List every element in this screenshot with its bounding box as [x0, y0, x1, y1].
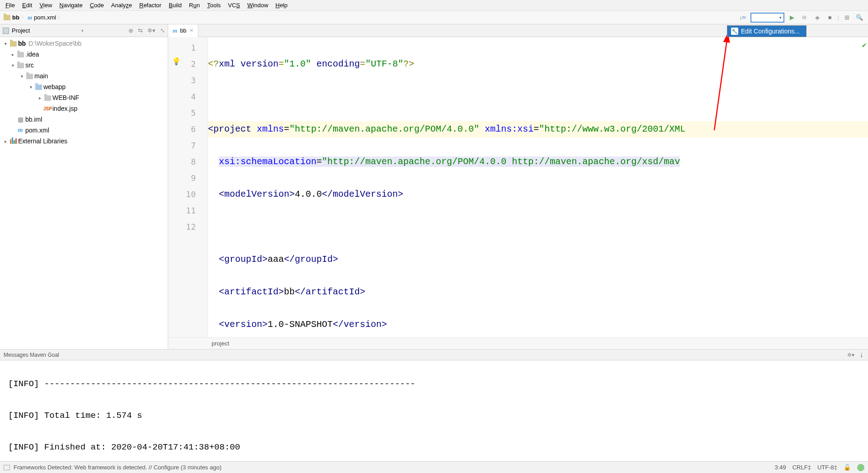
edit-configurations-item[interactable]: 🔧 Edit Configurations... — [727, 26, 806, 37]
menu-help[interactable]: Help — [272, 1, 291, 9]
navigation-bar: bb 〉 m pom.xml 〉 ↓01 ▾ ▶ ⛭ ◈ ■ | ⊞ 🔍 — [0, 11, 868, 24]
close-icon[interactable]: ✕ — [189, 28, 193, 33]
messages-tool-window: Messages Maven Goal ✲▾ ⭳ [INFO] --------… — [0, 349, 868, 461]
menu-tools[interactable]: Tools — [203, 1, 224, 9]
breadcrumb-file[interactable]: pom.xml — [34, 14, 56, 21]
debug-icon[interactable]: ⛭ — [800, 13, 810, 23]
toolbar-right: ↓01 ▾ ▶ ⛭ ◈ ■ | ⊞ 🔍 — [738, 13, 864, 23]
structure-icon[interactable]: ⊞ — [842, 13, 852, 23]
folder-icon — [4, 15, 10, 20]
project-panel-title: Project — [12, 27, 30, 34]
code-content[interactable]: <?xml version="1.0" encoding="UTF-8"?> <… — [208, 37, 868, 337]
coverage-icon[interactable]: ◈ — [812, 13, 822, 23]
tree-webapp[interactable]: ▾ webapp — [0, 81, 168, 92]
status-line-separator[interactable]: CRLF‡ — [793, 464, 811, 471]
tree-bbiml[interactable]: ▦ bb.iml — [0, 114, 168, 125]
gutter: 123 456 789 101112 — [168, 37, 208, 337]
menu-vcs[interactable]: VCS — [224, 1, 244, 9]
edit-configurations-label: Edit Configurations... — [741, 28, 800, 35]
search-icon[interactable]: 🔍 — [854, 13, 864, 23]
stop-icon[interactable]: ■ — [825, 13, 835, 23]
menu-navigate[interactable]: Navigate — [56, 1, 86, 9]
status-position[interactable]: 3:49 — [774, 464, 786, 471]
menu-file[interactable]: File — [2, 1, 19, 9]
run-configuration-combo[interactable]: ▾ — [750, 13, 784, 23]
project-tree: ▾ bbD:\WokerSpace\bb ▸ .idea ▾ src ▾ mai… — [0, 37, 168, 147]
run-config-dropdown: 🔧 Edit Configurations... — [727, 25, 807, 37]
lock-icon[interactable]: 🔓 — [844, 464, 851, 471]
intention-bulb-icon[interactable]: 💡 — [172, 57, 181, 66]
menu-refactor[interactable]: Refactor — [136, 1, 165, 9]
download-icon[interactable]: ⭳ — [859, 352, 864, 358]
tree-root[interactable]: ▾ bbD:\WokerSpace\bb — [0, 38, 168, 49]
hide-icon[interactable]: ⤡ — [160, 27, 165, 34]
tool-windows-icon[interactable] — [4, 465, 10, 470]
gear-icon[interactable]: ✲▾ — [847, 352, 854, 358]
breadcrumb: bb 〉 m pom.xml 〉 — [4, 14, 62, 21]
menu-code[interactable]: Code — [86, 1, 108, 9]
chevron-icon: 〉 — [21, 14, 26, 21]
wrench-icon: 🔧 — [731, 28, 738, 35]
tree-src[interactable]: ▾ src — [0, 60, 168, 71]
status-bar: Frameworks Detected: Web framework is de… — [0, 461, 868, 473]
tree-external-libraries[interactable]: ▸ External Libraries — [0, 136, 168, 147]
tree-pomxml[interactable]: m pom.xml — [0, 125, 168, 136]
maven-icon: m — [173, 27, 177, 34]
project-tool-window: Project ▾ ⊕ ⇆ ✲▾ ⤡ ▾ bbD:\WokerSpace\bb … — [0, 24, 168, 349]
tree-webinf[interactable]: ▸ WEB-INF — [0, 92, 168, 103]
project-view-icon — [3, 28, 9, 34]
tree-main[interactable]: ▾ main — [0, 71, 168, 81]
gear-icon[interactable]: ✲▾ — [147, 27, 156, 34]
menu-run[interactable]: Run — [185, 1, 203, 9]
messages-output[interactable]: [INFO] ---------------------------------… — [0, 360, 868, 461]
menu-build[interactable]: Build — [165, 1, 185, 9]
tree-idea[interactable]: ▸ .idea — [0, 49, 168, 60]
chevron-down-icon[interactable]: ▾ — [33, 28, 84, 33]
collapse-icon[interactable]: ⇆ — [138, 27, 143, 34]
menu-bar: File Edit View Navigate Code Analyze Ref… — [0, 0, 868, 11]
menu-view[interactable]: View — [36, 1, 56, 9]
project-panel-header: Project ▾ ⊕ ⇆ ✲▾ ⤡ — [0, 24, 168, 37]
update-icon[interactable]: ↓01 — [738, 13, 748, 23]
maven-icon: m — [28, 14, 32, 21]
hector-icon[interactable] — [857, 464, 864, 471]
target-icon[interactable]: ⊕ — [128, 27, 133, 34]
chevron-icon: 〉 — [58, 14, 62, 21]
editor-breadcrumb[interactable]: project — [168, 337, 868, 349]
editor-tab-bb[interactable]: m bb ✕ — [168, 24, 198, 37]
chevron-down-icon: ▾ — [779, 15, 782, 20]
inspection-ok-icon: ✔ — [862, 42, 867, 49]
run-icon[interactable]: ▶ — [787, 13, 797, 23]
editor-tab-label: bb — [180, 27, 186, 34]
status-message[interactable]: Frameworks Detected: Web framework is de… — [14, 464, 222, 471]
editor-body[interactable]: 123 456 789 101112 💡 <?xml version="1.0"… — [168, 37, 868, 337]
status-encoding[interactable]: UTF-8‡ — [817, 464, 837, 471]
menu-edit[interactable]: Edit — [19, 1, 36, 9]
breadcrumb-project[interactable]: bb — [12, 14, 19, 21]
menu-window[interactable]: Window — [244, 1, 272, 9]
messages-title: Messages Maven Goal — [4, 352, 59, 358]
tree-indexjsp[interactable]: JSP index.jsp — [0, 103, 168, 114]
editor-area: m bb ✕ 123 456 789 101112 💡 <?xml versio… — [168, 24, 868, 349]
menu-analyze[interactable]: Analyze — [108, 1, 136, 9]
